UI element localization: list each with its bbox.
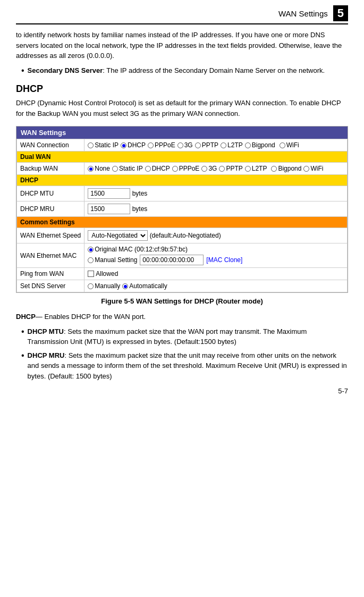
mac-clone-link[interactable]: [MAC Clone] [206, 256, 242, 264]
radio-backup-static-ip[interactable]: Static IP [112, 165, 143, 172]
bullet-dot-mtu: • [21, 326, 24, 347]
radio-label-backup-none: None [95, 165, 110, 172]
page-header: WAN Settings 5 [16, 5, 348, 24]
radio-circle-backup-pptp[interactable] [219, 166, 225, 172]
dhcp-mtu-cell: bytes [84, 186, 348, 201]
backup-wan-label: Backup WAN [17, 163, 84, 175]
radio-circle-manually[interactable] [88, 283, 94, 289]
dhcp-mru-input[interactable] [88, 204, 130, 214]
radio-circle-bigpond[interactable] [245, 142, 251, 148]
radio-circle-backup-wifi[interactable] [303, 166, 309, 172]
wan-settings-table: WAN Settings WAN Connection Static IP [16, 126, 348, 293]
radio-circle-backup-pppoe[interactable] [172, 166, 178, 172]
table-row-backup-wan: Backup WAN None Static IP [17, 163, 348, 175]
radio-label-original-mac: Original MAC (00:12:cf:9b:57:bc) [95, 246, 188, 253]
radio-manual-setting[interactable]: Manual Setting [88, 256, 137, 264]
wan-eth-mac-label: WAN Ethernet MAC [17, 243, 84, 268]
secondary-dns-body: : The IP address of the Secondary Domain… [103, 66, 325, 74]
radio-label-pptp: PPTP [202, 141, 218, 149]
radio-label-backup-pptp: PPTP [226, 165, 242, 172]
dns-server-label: Set DNS Server [17, 280, 84, 292]
radio-label-backup-dhcp: DHCP [152, 165, 170, 172]
radio-pppoe[interactable]: PPPoE [148, 141, 175, 149]
radio-label-l2tp: L2TP [227, 141, 243, 149]
ping-wan-checkbox-item[interactable]: Allowed [88, 270, 344, 278]
wan-eth-speed-default: (default:Auto-Negotiated) [150, 232, 221, 239]
radio-backup-pptp[interactable]: PPTP [219, 165, 242, 172]
radio-circle-backup-3g[interactable] [201, 166, 207, 172]
dns-radio-group: Manually Automatically [88, 282, 344, 290]
wan-eth-mac-row2: Manual Setting [MAC Clone] [88, 255, 344, 265]
bullet-dot-mru: • [21, 350, 24, 382]
radio-circle-static-ip[interactable] [88, 142, 94, 148]
ping-wan-checkbox-label: Allowed [96, 270, 118, 278]
backup-wan-radio-group: None Static IP DHCP [88, 165, 344, 172]
radio-backup-none[interactable]: None [88, 165, 110, 172]
bullet-mru-body: : Sets the maximum packet size that the … [28, 351, 347, 380]
wan-eth-speed-cell: Auto-Negotiated (default:Auto-Negotiated… [84, 228, 348, 243]
section-row-common-settings: Common Settings [17, 217, 348, 228]
bullet-mtu-body: : Sets the maximum packet size that the … [28, 327, 307, 346]
radio-manually[interactable]: Manually [88, 282, 120, 290]
radio-backup-3g[interactable]: 3G [201, 165, 217, 172]
radio-label-pppoe: PPPoE [155, 141, 175, 149]
radio-circle-l2tp[interactable] [221, 142, 226, 148]
table-row-dhcp-mru: DHCP MRU bytes [17, 201, 348, 217]
wan-connection-label: WAN Connection [17, 139, 84, 152]
radio-wifi[interactable]: WiFi [280, 141, 299, 149]
table-row-ping-wan: Ping from WAN Allowed [17, 268, 348, 280]
dhcp-mru-label: DHCP MRU [17, 201, 84, 217]
radio-circle-pppoe[interactable] [148, 142, 154, 148]
intro-paragraph: to identify network hosts by familiar na… [16, 30, 348, 61]
wan-connection-options: Static IP DHCP PPPoE [84, 139, 348, 152]
radio-label-static-ip: Static IP [95, 141, 118, 149]
radio-circle-manual[interactable] [88, 257, 94, 263]
wan-eth-speed-select[interactable]: Auto-Negotiated [88, 230, 148, 241]
dhcp-mru-cell: bytes [84, 201, 348, 217]
radio-3g[interactable]: 3G [177, 141, 193, 149]
common-settings-label: Common Settings [17, 217, 348, 228]
radio-backup-pppoe[interactable]: PPPoE [172, 165, 200, 172]
mac-address-input[interactable] [140, 255, 204, 265]
radio-backup-wifi[interactable]: WiFi [303, 165, 323, 172]
radio-circle-3g[interactable] [177, 142, 183, 148]
radio-backup-l2tp[interactable]: L2TP [245, 165, 267, 172]
dns-server-cell: Manually Automatically [84, 280, 348, 292]
radio-label-bigpond: Bigpond [252, 141, 275, 149]
radio-circle-backup-static[interactable] [112, 166, 118, 172]
radio-circle-wifi[interactable] [280, 142, 285, 148]
bullet-mru-label: DHCP MRU [28, 351, 65, 359]
radio-circle-original-mac[interactable] [88, 247, 94, 253]
ping-wan-checkbox[interactable] [88, 271, 94, 277]
figure-caption: Figure 5-5 WAN Settings for DHCP (Router… [16, 297, 348, 305]
dhcp-mtu-input[interactable] [88, 188, 130, 199]
bullet-text-mtu: DHCP MTU: Sets the maximum packet size t… [28, 326, 348, 347]
chapter-number: 5 [333, 5, 348, 21]
radio-circle-dhcp[interactable] [121, 142, 126, 148]
radio-label-backup-wifi: WiFi [310, 165, 323, 172]
radio-circle-backup-none[interactable] [88, 166, 94, 172]
radio-static-ip[interactable]: Static IP [88, 141, 118, 149]
dhcp-desc-text: — Enables DHCP for the WAN port. [36, 313, 146, 321]
radio-backup-dhcp[interactable]: DHCP [145, 165, 170, 172]
dual-wan-section-label: Dual WAN [17, 152, 348, 163]
radio-original-mac[interactable]: Original MAC (00:12:cf:9b:57:bc) [88, 246, 344, 253]
table-row-wan-ethernet-speed: WAN Ethernet Speed Auto-Negotiated (defa… [17, 228, 348, 243]
dhcp-desc-paragraph: DHCP— Enables DHCP for the WAN port. [16, 312, 348, 322]
radio-bigpond[interactable]: Bigpond [245, 141, 275, 149]
radio-automatically[interactable]: Automatically [122, 282, 167, 290]
table-row-dns-server: Set DNS Server Manually Automatically [17, 280, 348, 292]
radio-circle-automatically[interactable] [122, 283, 128, 289]
radio-backup-bigpond[interactable]: Bigpond [271, 165, 301, 172]
radio-circle-backup-bigpond[interactable] [271, 166, 277, 172]
radio-pptp[interactable]: PPTP [195, 141, 218, 149]
section-row-dhcp: DHCP [17, 175, 348, 186]
wan-connection-radio-group: Static IP DHCP PPPoE [88, 141, 344, 149]
radio-l2tp[interactable]: L2TP [221, 141, 243, 149]
dhcp-mtu-label: DHCP MTU [17, 186, 84, 201]
radio-circle-backup-l2tp[interactable] [245, 166, 251, 172]
radio-dhcp[interactable]: DHCP [121, 141, 146, 149]
secondary-dns-bullet: • Secondary DNS Server: The IP address o… [16, 65, 348, 77]
radio-circle-pptp[interactable] [195, 142, 201, 148]
radio-circle-backup-dhcp[interactable] [145, 166, 151, 172]
